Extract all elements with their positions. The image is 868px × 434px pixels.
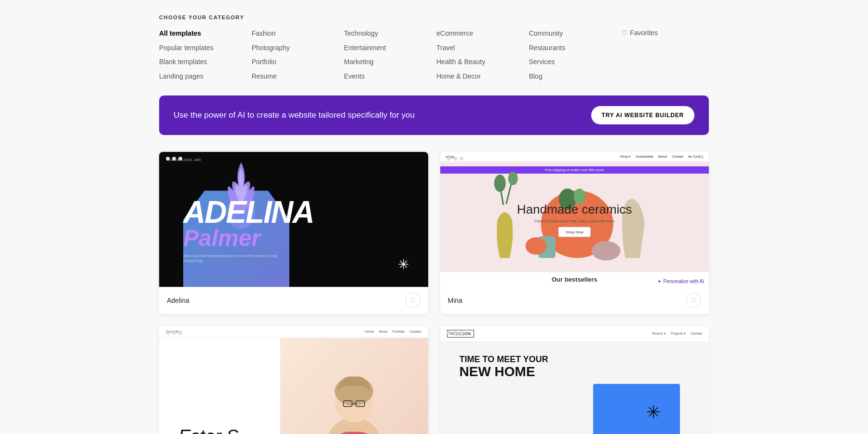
mina-nav-links: Shop ▾ Sustainable About Contact 🛍 Cart(…: [620, 155, 703, 159]
ester-navbar: Flexibility Home About Portfolio Contact: [159, 326, 428, 338]
dot-2: [172, 331, 176, 335]
cat-services[interactable]: Services: [529, 57, 617, 67]
mina-hero-sub: Flavorful daily cares that really made w…: [517, 219, 632, 223]
adelina-label: Adelina: [167, 297, 190, 304]
cat-blog[interactable]: Blog: [529, 72, 617, 81]
template-card-presson[interactable]: PRESSON Rooms ▾ Projects ▾ Contact ✳ TIM…: [440, 326, 709, 434]
window-dots-mina: [447, 157, 463, 161]
category-section: CHOOSE YOUR CATEGORY All templates Popul…: [159, 14, 709, 81]
cat-health-beauty[interactable]: Health & Beauty: [436, 57, 524, 67]
presson-headline2: NEW HOME: [460, 365, 548, 380]
mina-navbar: MINA Shop ▾ Sustainable About Contact 🛍 …: [440, 152, 709, 162]
presson-preview-container: PRESSON Rooms ▾ Projects ▾ Contact ✳ TIM…: [440, 326, 709, 434]
cat-blank-templates[interactable]: Blank templates: [159, 57, 247, 67]
category-grid: All templates Popular templates Blank te…: [159, 29, 709, 81]
window-dots-adelina: [166, 157, 182, 161]
personalize-label: Personalize with AI: [664, 279, 705, 284]
dot-1: [447, 331, 451, 335]
template-card-adelina[interactable]: GOOD LOOK, ARI ADELINA Palmer Black and …: [159, 152, 428, 314]
cat-travel[interactable]: Travel: [436, 43, 524, 53]
mina-favorite-button[interactable]: ♡: [686, 293, 701, 308]
ester-name: Ester S.: [178, 427, 244, 434]
ai-banner-text: Use the power of AI to create a website …: [174, 110, 415, 120]
ester-name-text: Ester S.: [178, 427, 244, 434]
presson-headline: TIME TO MEET YOUR: [460, 355, 548, 365]
category-col-4: eCommerce Travel Health & Beauty Home & …: [436, 29, 524, 81]
window-dots-ester: [166, 331, 182, 335]
dot-3: [178, 157, 182, 161]
presson-blue-block: [593, 384, 680, 434]
personalize-with-ai-bar[interactable]: ✦ Personalize with AI: [652, 276, 709, 287]
cat-resume[interactable]: Resume: [252, 72, 339, 81]
adelina-bg: GOOD LOOK, ARI ADELINA Palmer Black and …: [159, 152, 428, 287]
cat-landing-pages[interactable]: Landing pages: [159, 72, 247, 81]
category-col-6: ♡ Favorites: [621, 29, 709, 81]
svg-point-4: [525, 237, 546, 255]
dot-1: [166, 331, 170, 335]
svg-point-8: [508, 172, 517, 185]
dot-2: [453, 331, 457, 335]
mina-bg: MINA Shop ▾ Sustainable About Contact 🛍 …: [440, 152, 709, 287]
cat-community[interactable]: Community: [529, 29, 617, 39]
cat-popular-templates[interactable]: Popular templates: [159, 43, 247, 53]
svg-point-7: [494, 175, 505, 192]
dot-1: [447, 157, 451, 161]
template-card-mina[interactable]: MINA Shop ▾ Sustainable About Contact 🛍 …: [440, 152, 709, 314]
cat-favorites[interactable]: ♡ Favorites: [621, 29, 709, 37]
dot-3: [178, 331, 182, 335]
dot-2: [172, 157, 176, 161]
category-col-2: Fashion Photography Portfolio Resume: [252, 29, 339, 81]
cat-portfolio[interactable]: Portfolio: [252, 57, 339, 67]
dot-2: [453, 157, 457, 161]
adelina-text-block: ADELINA Palmer Black and white photograp…: [174, 189, 428, 272]
ai-banner: Use the power of AI to create a website …: [159, 95, 709, 135]
try-ai-builder-button[interactable]: TRY AI WEBSITE BUILDER: [591, 106, 695, 124]
sparkle-icon: ✦: [657, 279, 661, 284]
adelina-footer: Adelina ♡: [159, 287, 428, 314]
cat-all-templates[interactable]: All templates: [159, 29, 247, 39]
woman-silhouette: [306, 355, 402, 434]
cat-fashion[interactable]: Fashion: [252, 29, 339, 39]
templates-grid: GOOD LOOK, ARI ADELINA Palmer Black and …: [159, 152, 709, 434]
mina-preview-container: MINA Shop ▾ Sustainable About Contact 🛍 …: [440, 152, 709, 287]
adelina-name-title: ADELINA: [183, 199, 428, 227]
ester-preview-container: Flexibility Home About Portfolio Contact: [159, 326, 428, 434]
adelina-preview: GOOD LOOK, ARI ADELINA Palmer Black and …: [159, 152, 428, 287]
presson-navbar: PRESSON Rooms ▾ Projects ▾ Contact: [440, 326, 709, 342]
cat-events[interactable]: Events: [344, 72, 432, 81]
cat-photography[interactable]: Photography: [252, 43, 339, 53]
ester-photo-bg: [280, 338, 428, 434]
mina-shop-btn[interactable]: Shop Now: [558, 227, 591, 237]
adelina-favorite-button[interactable]: ♡: [405, 293, 420, 308]
mina-hero-text: Handmade ceramics Flavorful daily cares …: [517, 202, 632, 237]
ester-photo-area: [280, 338, 428, 434]
ester-nav-links: Home About Portfolio Contact: [365, 330, 421, 333]
dot-3: [460, 157, 463, 161]
heart-icon: ♡: [621, 29, 627, 37]
mina-footer: Mina ♡: [440, 287, 709, 314]
svg-point-3: [591, 241, 620, 260]
presson-nav-links: Rooms ▾ Projects ▾ Contact: [652, 332, 702, 336]
presson-star-decor: ✳: [646, 402, 661, 422]
window-dots-presson: [447, 331, 463, 335]
cat-technology[interactable]: Technology: [344, 29, 432, 39]
heart-icon-btn: ♡: [409, 297, 416, 304]
favorites-label: Favorites: [630, 29, 658, 37]
adelina-desc: Black and white photography taken inside…: [183, 254, 280, 263]
dot-1: [166, 157, 170, 161]
presson-hero-text: TIME TO MEET YOUR NEW HOME: [460, 355, 548, 380]
adelina-name-subtitle: Palmer: [183, 227, 428, 250]
cat-restaurants[interactable]: Restaurants: [529, 43, 617, 53]
cat-home-decor[interactable]: Home & Decor: [436, 72, 524, 81]
cat-entertainment[interactable]: Entertainment: [344, 43, 432, 53]
heart-icon-btn: ♡: [691, 297, 697, 304]
choose-category-label: CHOOSE YOUR CATEGORY: [159, 14, 709, 20]
mina-label: Mina: [448, 297, 462, 304]
mina-hero-heading: Handmade ceramics: [517, 202, 632, 217]
dot-3: [460, 331, 463, 335]
cat-ecommerce[interactable]: eCommerce: [436, 29, 524, 39]
template-card-ester[interactable]: Flexibility Home About Portfolio Contact: [159, 326, 428, 434]
cat-marketing[interactable]: Marketing: [344, 57, 432, 67]
category-col-5: Community Restaurants Services Blog: [529, 29, 617, 81]
category-col-3: Technology Entertainment Marketing Event…: [344, 29, 432, 81]
